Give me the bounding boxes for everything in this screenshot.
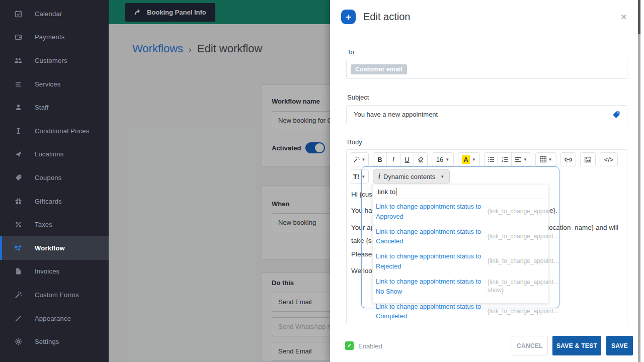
editor-toolbar-row-1: ▼ B I U 16 ▼ A ▼ [350,152,618,166]
sidebar-label: Invoices [35,267,59,275]
sidebar-label: Appearance [35,315,71,322]
dropdown-item-token: {link_to_change_appoint… show} [488,279,544,294]
services-icon [14,80,22,88]
text-color-dropdown[interactable]: A ▼ [458,152,480,166]
modal-scrollbar-thumb[interactable] [638,0,640,34]
dropdown-item-status-canceled[interactable]: Link to change appointment status to Can… [373,224,548,249]
subject-value: You have a new appointment [354,106,438,124]
align-dropdown[interactable]: ▼ [511,152,531,166]
sidebar-item-calendar[interactable]: Calendar [0,2,109,26]
code-view-button[interactable]: </> [600,152,618,166]
dropdown-item-token: {link_to_change_appoint… [488,208,544,216]
dropdown-item-status-approved[interactable]: Link to change appointment status to App… [373,199,548,224]
image-icon [585,157,591,162]
insert-image-button[interactable] [580,152,596,166]
enabled-checkbox[interactable]: ✓ [345,341,354,350]
font-size-dropdown[interactable]: 16 ▼ [432,152,454,166]
dropdown-item-token: {link_to_change_appoint… [488,308,544,316]
bullet-list-icon [488,156,495,162]
dynamic-contents-label: Dynamic contents [383,173,435,180]
staff-icon [14,104,22,112]
subject-label: Subject [347,94,369,101]
sidebar-label: Taxes [35,221,52,228]
underline-button[interactable]: U [400,152,414,166]
sidebar-label: Giftcards [35,198,62,205]
sidebar-item-appearance[interactable]: Appearance [0,307,109,330]
sidebar-item-invoices[interactable]: Invoices [0,260,109,284]
inline-style-glyph: T! [353,173,359,180]
sidebar-item-locations[interactable]: Locations [0,143,109,166]
sidebar-label: Custom Forms [35,291,79,299]
table-icon [540,156,546,162]
save-button[interactable]: SAVE [606,336,633,355]
appearance-icon [14,314,22,322]
customers-icon [14,56,22,64]
search-value: link to [378,188,395,196]
invoices-icon [14,267,22,276]
sidebar-nav: Calendar Payments Customers Services Sta… [0,0,109,362]
plus-icon: + [341,10,356,24]
chevron-down-icon: ▼ [361,174,365,179]
sidebar-item-payments[interactable]: Payments [0,26,109,49]
dropdown-item-token: {link_to_change_appoint… [488,233,544,241]
table-dropdown[interactable]: ▼ [535,152,556,166]
unordered-list-button[interactable] [484,152,498,166]
sidebar-item-conditional-prices[interactable]: Conditional Prices [0,119,109,143]
italic-button[interactable]: I [386,152,400,166]
close-icon[interactable]: ✕ [620,13,627,22]
to-label: To [347,48,354,56]
sidebar-label: Calendar [35,10,62,18]
sidebar-item-services[interactable]: Services [0,72,109,96]
subject-input[interactable]: You have a new appointment [346,105,627,124]
sidebar-item-taxes[interactable]: Taxes [0,213,109,236]
numbered-list-icon [502,156,508,162]
tag-icon[interactable] [612,111,620,119]
sidebar-item-settings[interactable]: Settings [0,330,109,353]
modal-title: Edit action [363,0,410,34]
token-line-2: show} [488,287,544,295]
calendar-icon [14,10,22,18]
chevron-down-icon: ▼ [362,157,366,162]
save-and-test-button[interactable]: SAVE & TEST [552,336,601,355]
clear-format-button[interactable] [414,152,428,166]
modal-footer: ✓ Enabled CANCEL SAVE & TEST SAVE [330,328,644,362]
sidebar-item-staff[interactable]: Staff [0,96,109,119]
dropdown-item-status-no-show[interactable]: Link to change appointment status to No … [373,274,548,299]
bold-button[interactable]: B [373,152,387,166]
dropdown-item-label: Link to change appointment status to Rej… [376,251,488,272]
align-left-icon [515,157,521,162]
eraser-icon [418,156,424,162]
sidebar-label: Locations [35,150,63,158]
customer-email-chip[interactable]: Customer email [351,64,407,74]
dropdown-item-label: Link to change appointment status to Com… [376,302,488,322]
sidebar-item-workflow[interactable]: Workflow [0,236,109,260]
dropdown-item-status-completed[interactable]: Link to change appointment status to Com… [373,299,548,324]
modal-header: + Edit action ✕ [330,0,644,34]
sidebar-item-giftcards[interactable]: Giftcards [0,190,109,213]
inline-style-dropdown[interactable]: T! ▼ [350,169,369,184]
dynamic-contents-dropdown-button[interactable]: i Dynamic contents ▼ [373,169,450,184]
taxes-icon [14,221,22,229]
dropdown-item-status-rejected[interactable]: Link to change appointment status to Rej… [373,249,548,274]
dropdown-item-label: Link to change appointment status to No … [376,277,488,297]
custom-forms-icon [14,291,22,299]
insert-link-button[interactable] [560,152,576,166]
magic-wand-button[interactable]: ▼ [350,152,369,166]
sidebar-label: Services [35,80,60,88]
cancel-button[interactable]: CANCEL [512,336,548,355]
chevron-down-icon: ▼ [472,157,476,162]
sidebar-label: Workflow [35,244,65,252]
ordered-list-button[interactable] [498,152,512,166]
giftcards-icon [14,197,22,205]
sidebar-item-customers[interactable]: Customers [0,49,109,72]
sidebar-item-coupons[interactable]: Coupons [0,166,109,190]
chevron-down-icon: ▼ [523,157,527,162]
workflow-icon [14,244,22,252]
to-input[interactable]: Customer email [346,60,627,79]
link-icon [565,157,572,162]
dynamic-contents-search-input[interactable]: link to [373,185,548,199]
modal-scrollbar-track[interactable] [638,0,640,362]
chevron-down-icon: ▼ [548,157,552,162]
settings-icon [14,338,22,346]
sidebar-item-custom-forms[interactable]: Custom Forms [0,283,109,307]
